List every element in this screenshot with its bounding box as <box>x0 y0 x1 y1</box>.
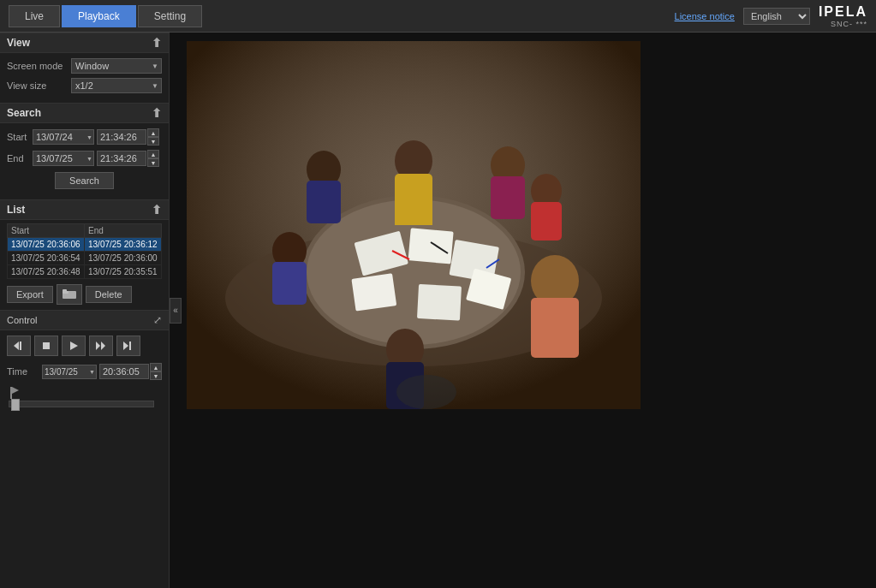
setting-tab[interactable]: Setting <box>138 5 202 27</box>
svg-rect-38 <box>531 202 562 241</box>
collapse-sidebar-button[interactable]: « <box>170 298 182 324</box>
play-button[interactable] <box>62 336 86 356</box>
start-datetime-row: Start 13/07/24 13/07/25 ▲ <box>7 128 162 146</box>
start-date-select[interactable]: 13/07/24 13/07/25 <box>33 129 94 145</box>
svg-marker-12 <box>12 387 19 394</box>
search-section-title: Search <box>7 107 41 119</box>
list-header-row: Start End <box>8 224 162 238</box>
control-section-title: Control <box>7 315 37 325</box>
list-section: List ⬆ Start End 13/07/25 20:36:06 13/07… <box>0 199 169 310</box>
control-section-header: Control ⤢ <box>0 311 169 330</box>
logo-ipela-text: IPELA <box>819 4 867 20</box>
list-item-end: 13/07/25 20:35:51 <box>85 265 162 279</box>
delete-button[interactable]: Delete <box>86 286 132 303</box>
control-time-spinner: ▲ ▼ <box>99 363 162 380</box>
svg-rect-2 <box>63 289 67 292</box>
svg-rect-30 <box>491 176 525 219</box>
search-button[interactable]: Search <box>55 172 114 189</box>
search-section-header: Search ⬆ <box>0 103 169 123</box>
list-col-start: Start <box>8 224 85 238</box>
control-section: Control ⤢ <box>0 310 169 413</box>
svg-rect-4 <box>20 342 21 350</box>
skip-forward-button[interactable] <box>116 336 140 356</box>
time-label: Time <box>7 366 42 377</box>
playback-tab[interactable]: Playback <box>62 5 136 27</box>
svg-rect-10 <box>129 342 131 350</box>
control-time-spinner-btns: ▲ ▼ <box>150 363 162 380</box>
search-section: Search ⬆ Start 13/07/24 13/07/25 <box>0 103 169 199</box>
top-navigation: Live Playback Setting License notice Eng… <box>0 0 876 33</box>
skip-forward-icon <box>122 341 134 351</box>
list-item-start: 13/07/25 20:36:06 <box>8 238 85 252</box>
svg-marker-8 <box>101 342 105 350</box>
svg-rect-28 <box>307 181 341 223</box>
list-item[interactable]: 13/07/25 20:36:48 13/07/25 20:35:51 <box>8 265 162 279</box>
control-date-select[interactable]: 13/07/25 <box>42 365 97 379</box>
list-item[interactable]: 13/07/25 20:36:06 13/07/25 20:36:12 <box>8 238 162 252</box>
live-tab[interactable]: Live <box>9 5 60 27</box>
list-item[interactable]: 13/07/25 20:36:54 13/07/25 20:36:00 <box>8 252 162 265</box>
end-datetime-field: 13/07/24 13/07/25 ▲ ▼ <box>33 150 159 167</box>
svg-point-42 <box>396 375 456 409</box>
screen-mode-select[interactable]: Window Full Screen <box>71 58 162 74</box>
fast-forward-icon <box>95 341 107 351</box>
start-time-spinner-btns: ▲ ▼ <box>147 128 159 146</box>
skip-back-icon <box>13 341 25 351</box>
video-frame <box>187 41 641 409</box>
list-item-start: 13/07/25 20:36:54 <box>8 252 85 265</box>
screen-mode-select-wrapper: Window Full Screen <box>71 58 162 74</box>
end-time-input[interactable] <box>97 151 146 166</box>
skip-back-button[interactable] <box>7 336 31 356</box>
fast-forward-button[interactable] <box>89 336 113 356</box>
svg-rect-21 <box>351 273 396 311</box>
folder-button[interactable] <box>57 284 82 305</box>
list-col-end: End <box>85 224 162 238</box>
logo-snc-text: SNC- *** <box>831 20 867 28</box>
start-time-input[interactable] <box>97 129 146 145</box>
video-display <box>187 41 641 409</box>
svg-marker-9 <box>123 342 128 350</box>
end-time-down-btn[interactable]: ▼ <box>147 158 159 167</box>
svg-rect-36 <box>531 298 579 358</box>
list-section-title: List <box>7 204 25 216</box>
view-section-body: Screen mode Window Full Screen View size… <box>0 53 169 103</box>
end-time-up-btn[interactable]: ▲ <box>147 150 159 158</box>
start-datetime-field: 13/07/24 13/07/25 ▲ ▼ <box>33 128 159 146</box>
export-button[interactable]: Export <box>7 286 53 303</box>
screen-mode-row: Screen mode Window Full Screen <box>7 58 162 74</box>
playback-controls <box>7 336 162 356</box>
recordings-list: Start End 13/07/25 20:36:06 13/07/25 20:… <box>7 223 162 279</box>
view-size-select-wrapper: x1/4 x1/2 x1 x2 Full <box>71 78 162 93</box>
start-date-wrap: 13/07/24 13/07/25 <box>33 129 94 145</box>
sidebar: View ⬆ Screen mode Window Full Screen Vi… <box>0 33 170 588</box>
start-time-up-btn[interactable]: ▲ <box>147 128 159 137</box>
list-item-end: 13/07/25 20:36:00 <box>85 252 162 265</box>
end-time-spinner: ▲ ▼ <box>97 150 159 167</box>
svg-rect-19 <box>408 228 454 264</box>
view-collapse-btn[interactable]: ⬆ <box>152 37 162 49</box>
progress-track[interactable] <box>9 401 154 407</box>
list-section-header: List ⬆ <box>0 199 169 220</box>
view-size-select[interactable]: x1/4 x1/2 x1 x2 Full <box>71 78 162 93</box>
view-size-row: View size x1/4 x1/2 x1 x2 Full <box>7 78 162 93</box>
list-item-start: 13/07/25 20:36:48 <box>8 265 85 279</box>
svg-rect-22 <box>417 284 462 321</box>
language-select[interactable]: English Japanese French German Spanish <box>743 8 810 25</box>
control-time-down-btn[interactable]: ▼ <box>150 371 162 380</box>
control-time-input[interactable] <box>99 364 149 379</box>
progress-area <box>7 387 162 407</box>
control-time-up-btn[interactable]: ▲ <box>150 363 162 371</box>
list-collapse-btn[interactable]: ⬆ <box>152 204 162 216</box>
license-notice-link[interactable]: License notice <box>675 11 735 21</box>
stop-button[interactable] <box>34 336 58 356</box>
progress-thumb[interactable] <box>11 399 20 411</box>
logo: IPELA SNC- *** <box>819 4 867 28</box>
view-section-title: View <box>7 37 30 49</box>
end-date-wrap: 13/07/24 13/07/25 <box>33 151 94 166</box>
search-collapse-btn[interactable]: ⬆ <box>152 107 162 119</box>
svg-rect-5 <box>43 342 50 349</box>
end-date-select[interactable]: 13/07/24 13/07/25 <box>33 151 94 166</box>
play-icon <box>69 341 79 351</box>
start-time-down-btn[interactable]: ▼ <box>147 137 159 146</box>
svg-rect-32 <box>272 262 307 305</box>
